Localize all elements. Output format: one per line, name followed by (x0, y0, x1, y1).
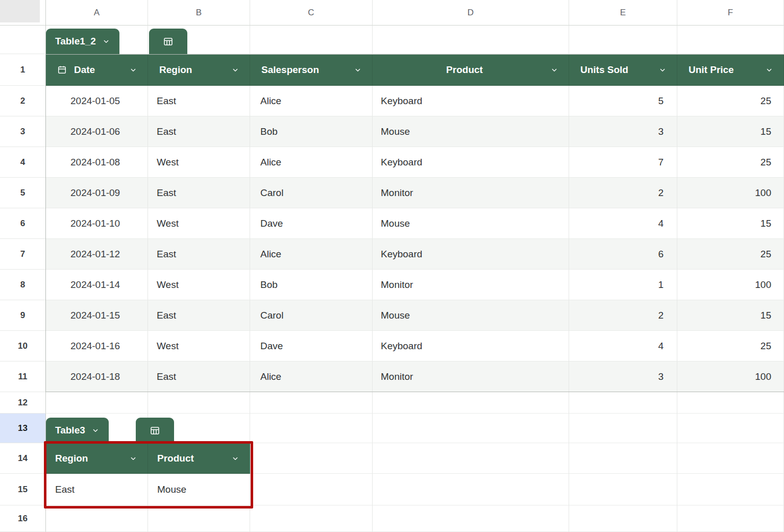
table1-header-product[interactable]: Product (373, 54, 569, 86)
cell-A15[interactable]: East (46, 474, 148, 505)
cell-B12[interactable] (148, 392, 250, 414)
row-number-14[interactable]: 14 (0, 443, 46, 474)
cell-B5[interactable]: East (148, 178, 250, 208)
cell-B3[interactable]: East (148, 116, 250, 147)
cell-D14[interactable] (373, 443, 569, 474)
cell-D3[interactable]: Mouse (373, 116, 569, 147)
cell-E8[interactable]: 1 (569, 270, 677, 300)
cell-E3[interactable]: 3 (569, 116, 677, 147)
cell-B7[interactable]: East (148, 239, 250, 270)
cell-C14[interactable] (250, 443, 373, 474)
cell-C16[interactable] (250, 505, 373, 532)
cell-B15[interactable]: Mouse (148, 474, 250, 505)
cell-F6[interactable]: 15 (677, 208, 784, 239)
cell-F14[interactable] (677, 443, 784, 474)
chevron-down-icon[interactable] (231, 66, 239, 74)
row-number-13[interactable]: 13 (0, 414, 46, 443)
row-number-empty[interactable] (0, 26, 46, 54)
table1-grid-tab-button[interactable] (149, 29, 187, 54)
table1-header-units-sold[interactable]: Units Sold (569, 54, 677, 86)
cell-filler[interactable] (250, 26, 373, 54)
cell-filler[interactable] (569, 26, 677, 54)
cell-D16[interactable] (373, 505, 569, 532)
cell-filler[interactable] (677, 26, 784, 54)
cell-B16[interactable] (148, 505, 250, 532)
cell-F10[interactable]: 25 (677, 331, 784, 361)
cell-D10[interactable]: Keyboard (373, 331, 569, 361)
cell-C9[interactable]: Carol (250, 300, 373, 331)
cell-D5[interactable]: Monitor (373, 178, 569, 208)
cell-B8[interactable]: West (148, 270, 250, 300)
chevron-down-icon[interactable] (765, 66, 773, 74)
cell-B4[interactable]: West (148, 147, 250, 178)
table3-tab[interactable]: Table3 (46, 418, 109, 443)
cell-B6[interactable]: West (148, 208, 250, 239)
cell-A6[interactable]: 2024-01-10 (46, 208, 148, 239)
cell-F13[interactable] (677, 414, 784, 443)
row-number-2[interactable]: 2 (0, 86, 46, 116)
cell-C7[interactable]: Alice (250, 239, 373, 270)
cell-F15[interactable] (677, 474, 784, 505)
cell-A12[interactable] (46, 392, 148, 414)
cell-D9[interactable]: Mouse (373, 300, 569, 331)
cell-F5[interactable]: 100 (677, 178, 784, 208)
column-header-E[interactable]: E (569, 0, 677, 26)
chevron-down-icon[interactable] (129, 66, 137, 74)
cell-F4[interactable]: 25 (677, 147, 784, 178)
column-header-A[interactable]: A (46, 0, 148, 26)
cell-B11[interactable]: East (148, 361, 250, 392)
cell-E7[interactable]: 6 (569, 239, 677, 270)
cell-A2[interactable]: 2024-01-05 (46, 86, 148, 116)
cell-F9[interactable]: 15 (677, 300, 784, 331)
row-number-8[interactable]: 8 (0, 270, 46, 300)
cell-F2[interactable]: 25 (677, 86, 784, 116)
cell-E9[interactable]: 2 (569, 300, 677, 331)
cell-E14[interactable] (569, 443, 677, 474)
cell-F11[interactable]: 100 (677, 361, 784, 392)
chevron-down-icon[interactable] (550, 66, 558, 74)
cell-C15[interactable] (250, 474, 373, 505)
cell-D8[interactable]: Monitor (373, 270, 569, 300)
cell-C8[interactable]: Bob (250, 270, 373, 300)
cell-D12[interactable] (373, 392, 569, 414)
chevron-down-icon[interactable] (129, 454, 137, 463)
cell-A8[interactable]: 2024-01-14 (46, 270, 148, 300)
cell-E11[interactable]: 3 (569, 361, 677, 392)
row-number-1[interactable]: 1 (0, 54, 46, 86)
table3-header-region[interactable]: Region (46, 443, 148, 474)
cell-B10[interactable]: West (148, 331, 250, 361)
row-number-6[interactable]: 6 (0, 208, 46, 239)
cell-F8[interactable]: 100 (677, 270, 784, 300)
table1-header-salesperson[interactable]: Salesperson (250, 54, 373, 86)
table1-tab[interactable]: Table1_2 (46, 29, 119, 54)
column-header-D[interactable]: D (373, 0, 569, 26)
cell-D6[interactable]: Mouse (373, 208, 569, 239)
chevron-down-icon[interactable] (91, 426, 100, 434)
chevron-down-icon[interactable] (231, 454, 239, 463)
cell-E13[interactable] (569, 414, 677, 443)
cell-C3[interactable]: Bob (250, 116, 373, 147)
cell-D11[interactable]: Monitor (373, 361, 569, 392)
cell-A9[interactable]: 2024-01-15 (46, 300, 148, 331)
cell-A4[interactable]: 2024-01-08 (46, 147, 148, 178)
table1-header-region[interactable]: Region (148, 54, 250, 86)
cell-C11[interactable]: Alice (250, 361, 373, 392)
chevron-down-icon[interactable] (354, 66, 362, 74)
row-number-15[interactable]: 15 (0, 474, 46, 505)
row-number-5[interactable]: 5 (0, 178, 46, 208)
column-header-B[interactable]: B (148, 0, 250, 26)
cell-F7[interactable]: 25 (677, 239, 784, 270)
cell-D13[interactable] (373, 414, 569, 443)
cell-B2[interactable]: East (148, 86, 250, 116)
cell-A3[interactable]: 2024-01-06 (46, 116, 148, 147)
cell-E12[interactable] (569, 392, 677, 414)
cell-E6[interactable]: 4 (569, 208, 677, 239)
chevron-down-icon[interactable] (658, 66, 667, 74)
cell-D15[interactable] (373, 474, 569, 505)
row-number-12[interactable]: 12 (0, 392, 46, 414)
row-number-16[interactable]: 16 (0, 505, 46, 532)
table3-header-product[interactable]: Product (148, 443, 250, 474)
table1-header-unit-price[interactable]: Unit Price (677, 54, 784, 86)
cell-A11[interactable]: 2024-01-18 (46, 361, 148, 392)
cell-C10[interactable]: Dave (250, 331, 373, 361)
